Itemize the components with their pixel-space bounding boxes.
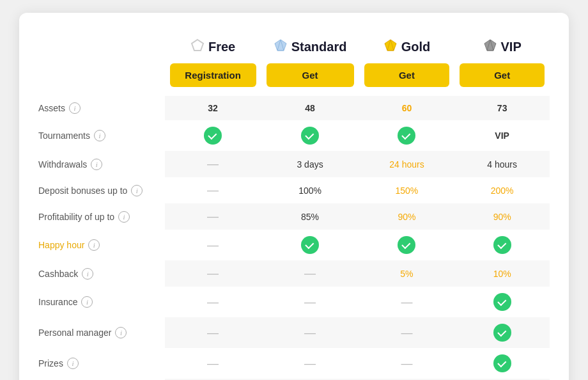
- pricing-table: Free Standard Gold VIP RegistrationGetGe…: [38, 32, 550, 380]
- plan-name-vip: VIP: [501, 40, 522, 54]
- row-label-text: Assets: [38, 103, 65, 113]
- check-icon: [493, 293, 511, 311]
- row-label-cashback: Cashbacki: [38, 260, 165, 287]
- gold-cta-button[interactable]: Get: [364, 63, 450, 87]
- info-icon[interactable]: i: [69, 102, 81, 114]
- dash-icon: —: [304, 296, 316, 308]
- row-label-text: Happy hour: [38, 240, 84, 250]
- row-label-text: Prizes: [38, 358, 63, 368]
- table-row: Profitability of up toi—85%90%90%: [38, 203, 550, 230]
- dash-icon: —: [207, 210, 219, 223]
- table-cell: 5%: [359, 260, 455, 287]
- table-row: Deposit bonuses up toi—100%150%200%: [38, 177, 550, 203]
- table-row: Personal manageri———: [38, 317, 550, 348]
- row-label-text: Personal manager: [38, 328, 111, 338]
- cell-value: 100%: [298, 186, 321, 196]
- check-icon: [398, 236, 415, 254]
- cell-value: 5%: [400, 269, 413, 279]
- info-icon[interactable]: i: [131, 185, 143, 196]
- vip-cta-button[interactable]: Get: [460, 63, 545, 87]
- row-label-text: Profitability of up to: [38, 212, 114, 222]
- row-label-prizes: Prizesi: [38, 348, 165, 379]
- plan-header-standard: Standard: [261, 32, 359, 59]
- table-cell: 200%: [454, 177, 550, 203]
- cell-value: 60: [402, 103, 412, 113]
- table-cell: 24 hours: [359, 151, 455, 177]
- cell-value: 4 hours: [487, 159, 517, 170]
- table-cell: 90%: [454, 203, 550, 230]
- info-icon[interactable]: i: [91, 159, 102, 170]
- dash-icon: —: [304, 326, 316, 339]
- cell-value: 10%: [493, 269, 511, 279]
- cell-value: 24 hours: [389, 159, 424, 170]
- row-label-deposit-bonuses-up-to: Deposit bonuses up toi: [38, 177, 165, 203]
- plan-header-vip: VIP: [454, 32, 550, 59]
- dash-icon: —: [207, 267, 219, 280]
- standard-cta-button[interactable]: Get: [267, 63, 354, 87]
- check-icon: [301, 236, 319, 254]
- info-icon[interactable]: i: [118, 211, 130, 223]
- table-cell: —: [165, 348, 261, 379]
- empty-header: [38, 32, 165, 59]
- row-label-text: Deposit bonuses up to: [38, 186, 127, 196]
- info-icon[interactable]: i: [115, 327, 127, 338]
- plan-btn-col-standard: Get: [261, 59, 359, 96]
- row-label-profitability-of-up-to: Profitability of up toi: [38, 203, 165, 230]
- check-icon: [493, 354, 511, 372]
- plan-name-gold: Gold: [401, 40, 431, 54]
- row-label-text: Insurance: [38, 297, 77, 307]
- dash-icon: —: [207, 357, 219, 370]
- dash-icon: —: [304, 267, 316, 280]
- svg-marker-0: [192, 40, 203, 51]
- table-cell: [359, 120, 455, 151]
- cell-value: 90%: [493, 212, 511, 222]
- vip-badge: VIP: [495, 131, 509, 141]
- pricing-card: Free Standard Gold VIP RegistrationGetGe…: [19, 13, 569, 380]
- row-label-assets: Assetsi: [38, 96, 165, 120]
- info-icon[interactable]: i: [67, 358, 79, 369]
- info-icon[interactable]: i: [82, 268, 93, 280]
- row-label-withdrawals: Withdrawalsi: [38, 151, 165, 177]
- table-cell: 73: [454, 96, 550, 120]
- table-cell: —: [261, 287, 359, 317]
- table-cell: 3 days: [261, 151, 359, 177]
- plan-header-row: Free Standard Gold VIP: [38, 32, 550, 59]
- table-cell: —: [165, 260, 261, 287]
- table-row: TournamentsiVIP: [38, 120, 550, 151]
- dash-icon: —: [207, 239, 219, 251]
- table-cell: 10%: [454, 260, 550, 287]
- table-cell: [261, 120, 359, 151]
- table-row: Prizesi———: [38, 348, 550, 379]
- free-cta-button[interactable]: Registration: [170, 63, 256, 87]
- svg-marker-9: [484, 40, 496, 51]
- row-label-text: Cashback: [38, 269, 78, 279]
- table-row: Assetsi32486073: [38, 96, 550, 120]
- cell-value: 32: [208, 103, 218, 113]
- info-icon[interactable]: i: [81, 296, 93, 308]
- table-cell: —: [165, 151, 261, 177]
- plan-name-standard: Standard: [291, 40, 347, 54]
- table-cell: 4 hours: [454, 151, 550, 177]
- dash-icon: —: [207, 326, 219, 339]
- cell-value: 3 days: [297, 159, 323, 170]
- row-label-happy-hour: Happy houri: [38, 230, 165, 260]
- svg-marker-1: [275, 40, 286, 51]
- svg-marker-5: [385, 40, 396, 51]
- table-cell: —: [359, 348, 455, 379]
- cell-value: 85%: [301, 212, 319, 222]
- table-cell: 90%: [359, 203, 455, 230]
- table-cell: —: [165, 317, 261, 348]
- table-row: Cashbacki——5%10%: [38, 260, 550, 287]
- plan-header-free: Free: [165, 32, 261, 59]
- dash-icon: —: [207, 296, 219, 308]
- info-icon[interactable]: i: [94, 130, 105, 141]
- table-cell: —: [165, 177, 261, 203]
- info-icon[interactable]: i: [88, 239, 100, 251]
- cell-value: 48: [305, 103, 315, 113]
- row-label-insurance: Insurancei: [38, 287, 165, 317]
- table-cell: 48: [261, 96, 359, 120]
- table-cell: 60: [359, 96, 455, 120]
- dash-icon: —: [401, 357, 412, 370]
- check-icon: [493, 236, 511, 254]
- plan-name-free: Free: [208, 40, 235, 54]
